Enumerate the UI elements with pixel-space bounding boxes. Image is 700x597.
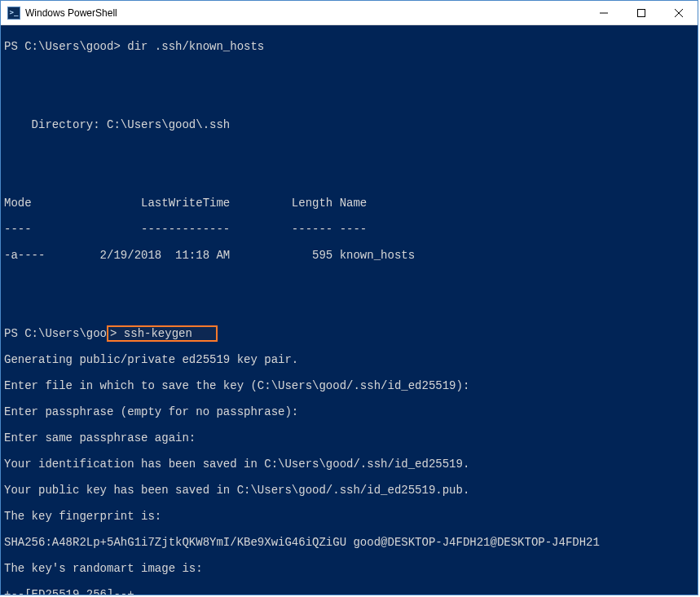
terminal-output[interactable]: PS C:\Users\good> dir .ssh/known_hosts D… [1, 25, 698, 595]
maximize-button[interactable] [623, 1, 660, 24]
maximize-icon [637, 9, 645, 17]
randomart-line: +--[ED25519 256]--+ [4, 588, 694, 595]
powershell-icon-glyph: >_ [10, 9, 19, 16]
output-line: The key fingerprint is: [4, 510, 694, 523]
output-line: Generating public/private ed25519 key pa… [4, 353, 694, 366]
powershell-icon: >_ [7, 7, 20, 20]
close-button[interactable] [660, 1, 698, 24]
prompt: PS C:\Users\good> [4, 40, 127, 53]
window-buttons [585, 1, 698, 24]
highlighted-command: > ssh-keygen [107, 325, 218, 342]
command-text: dir .ssh/known_hosts [127, 40, 264, 53]
prompt: PS C:\Users\goo [4, 327, 107, 340]
output-line: Enter same passphrase again: [4, 431, 694, 444]
window-title: Windows PowerShell [25, 7, 585, 19]
titlebar[interactable]: >_ Windows PowerShell [1, 1, 698, 25]
table-row: -a---- 2/19/2018 11:18 AM 595 known_host… [4, 249, 694, 262]
output-line: SHA256:A48R2Lp+5AhG1i7ZjtkQKW8YmI/KBe9Xw… [4, 536, 694, 549]
column-header: Mode LastWriteTime Length Name [4, 197, 694, 210]
svg-rect-1 [638, 9, 645, 16]
output-line: Your public key has been saved in C:\Use… [4, 484, 694, 497]
column-divider: ---- ------------- ------ ---- [4, 223, 694, 236]
output-line: Enter file in which to save the key (C:\… [4, 379, 694, 392]
output-line: Enter passphrase (empty for no passphras… [4, 405, 694, 418]
minimize-button[interactable] [585, 1, 623, 24]
output-line: Your identification has been saved in C:… [4, 458, 694, 471]
minimize-icon [600, 9, 608, 17]
directory-header: Directory: C:\Users\good\.ssh [4, 118, 694, 131]
close-icon [675, 9, 683, 17]
output-line: The key's randomart image is: [4, 562, 694, 575]
powershell-window: >_ Windows PowerShell PS C:\Users\good> … [0, 0, 698, 595]
